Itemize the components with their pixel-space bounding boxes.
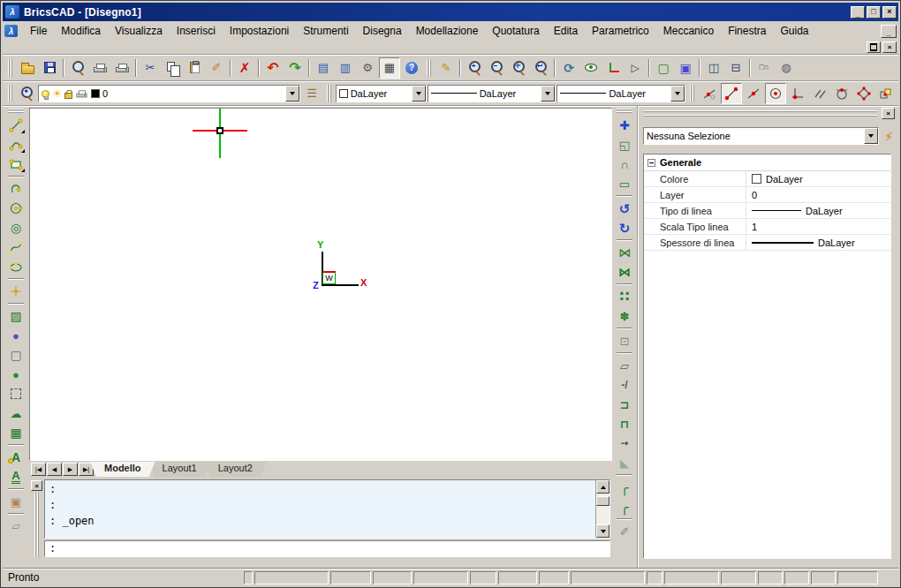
selection-combo-arrow[interactable] bbox=[864, 128, 878, 144]
layer-combo-arrow[interactable] bbox=[285, 86, 299, 102]
lineweight-combo[interactable]: DaLayer bbox=[556, 85, 685, 102]
status-field[interactable] bbox=[244, 571, 253, 584]
mirror-3d-button[interactable]: ⋈ bbox=[614, 262, 635, 282]
arc-button[interactable] bbox=[5, 135, 26, 155]
array-button[interactable]: ∷ bbox=[614, 287, 635, 306]
match-properties-button[interactable]: ✐ bbox=[206, 57, 227, 79]
table-button[interactable]: ▦ bbox=[5, 423, 26, 442]
menu-file[interactable]: File bbox=[23, 23, 54, 39]
toolbar-grip[interactable] bbox=[8, 109, 24, 113]
color-combo-arrow[interactable] bbox=[412, 86, 426, 102]
menu-guida[interactable]: Guida bbox=[773, 23, 815, 39]
status-field[interactable] bbox=[784, 571, 809, 584]
snap-insertion-button[interactable] bbox=[875, 83, 897, 104]
zoom-previous-button[interactable]: ↩ bbox=[530, 57, 551, 79]
document-icon[interactable]: λ bbox=[4, 25, 18, 37]
title-bar[interactable]: λ BricsCAD - [Disegno1] _ □ × bbox=[3, 3, 898, 21]
menu-inserisci[interactable]: Inserisci bbox=[170, 23, 223, 39]
break-button[interactable]: ⊓ bbox=[614, 414, 635, 433]
orbit-button[interactable]: ⟳ bbox=[558, 57, 579, 79]
print-button[interactable] bbox=[89, 57, 110, 79]
mdi-close-button[interactable]: × bbox=[882, 41, 897, 53]
region-button[interactable]: ● bbox=[5, 326, 26, 345]
tab-modello[interactable]: Modello bbox=[90, 462, 155, 477]
copy-button[interactable] bbox=[162, 57, 183, 79]
snap-midpoint-button[interactable] bbox=[743, 83, 764, 104]
aerial-view-button[interactable] bbox=[580, 57, 602, 79]
toolbar-grip[interactable] bbox=[8, 85, 12, 102]
scroll-up-button[interactable] bbox=[596, 480, 610, 494]
mirror-button[interactable]: ⋈ bbox=[614, 243, 635, 262]
menu-modifica[interactable]: Modifica bbox=[54, 23, 108, 39]
toolbar-grip[interactable] bbox=[690, 85, 694, 102]
fillet-button[interactable]: ╭ bbox=[614, 478, 635, 497]
status-field[interactable] bbox=[470, 571, 496, 584]
menu-strumenti[interactable]: Strumenti bbox=[296, 23, 355, 39]
linetype-combo[interactable]: DaLayer bbox=[428, 85, 556, 102]
status-field[interactable] bbox=[758, 571, 783, 584]
polyline-button[interactable] bbox=[5, 179, 26, 199]
tab-layout2[interactable]: Layout2 bbox=[204, 462, 267, 477]
panel-grip[interactable] bbox=[643, 110, 877, 117]
extend-button[interactable]: -/ bbox=[614, 375, 635, 395]
open-button[interactable] bbox=[17, 57, 38, 79]
lineweight-combo-arrow[interactable] bbox=[670, 86, 685, 102]
scroll-down-button[interactable] bbox=[596, 524, 610, 538]
entity-set-button[interactable]: ◍ bbox=[776, 57, 797, 79]
tab-first-button[interactable]: |◀ bbox=[31, 463, 46, 476]
render-button[interactable]: ▣ bbox=[675, 57, 696, 79]
sheet-sets-button[interactable]: ▥ bbox=[335, 57, 356, 79]
command-scrollbar[interactable] bbox=[595, 480, 610, 538]
donut-button[interactable]: ◎ bbox=[5, 218, 26, 237]
snap-nearest-button[interactable] bbox=[699, 83, 720, 104]
zoom-in-button[interactable]: + bbox=[464, 57, 485, 79]
section-header[interactable]: Generale bbox=[644, 155, 890, 171]
quick-select-button[interactable]: ⚡ bbox=[885, 130, 893, 143]
rectangle-button[interactable] bbox=[5, 155, 26, 174]
menu-impostazioni[interactable]: Impostazioni bbox=[223, 23, 296, 39]
scrollbar-thumb[interactable] bbox=[596, 496, 610, 506]
help-button[interactable]: ? bbox=[401, 57, 422, 79]
circle-button[interactable] bbox=[5, 199, 26, 218]
ucs-button[interactable] bbox=[602, 57, 624, 79]
property-row[interactable]: Layer 0 bbox=[644, 187, 890, 203]
snap-endpoint-button[interactable] bbox=[721, 83, 742, 104]
property-row[interactable]: Colore DaLayer bbox=[644, 171, 890, 187]
group-button[interactable]: □○ bbox=[753, 57, 775, 79]
property-row[interactable]: Scala Tipo linea 1 bbox=[644, 219, 890, 235]
scale-button[interactable]: ⊡ bbox=[614, 331, 635, 351]
block-button[interactable]: ▣ bbox=[5, 492, 26, 511]
menu-visualizza[interactable]: Visualizza bbox=[108, 23, 170, 39]
minimize-button[interactable]: _ bbox=[851, 6, 865, 19]
named-views-button[interactable]: ▷ bbox=[625, 57, 646, 79]
status-field[interactable] bbox=[721, 571, 756, 584]
toolbar-grip[interactable] bbox=[617, 109, 632, 113]
revision-cloud-button[interactable]: ☁ bbox=[5, 403, 26, 423]
tile-horizontal-button[interactable]: ◫ bbox=[703, 57, 724, 79]
move-button[interactable]: ✚ bbox=[614, 116, 635, 135]
wipeout-button[interactable] bbox=[5, 384, 26, 403]
mdi-minimize-button[interactable]: _ bbox=[881, 25, 897, 38]
stretch-button[interactable]: ▭ bbox=[614, 174, 635, 193]
menu-parametrico[interactable]: Parametrico bbox=[585, 23, 656, 39]
delete-button[interactable]: ✗ bbox=[234, 57, 255, 79]
rotate-button[interactable]: ↺ bbox=[614, 199, 635, 218]
menu-disegna[interactable]: Disegna bbox=[356, 23, 409, 39]
lengthen-button[interactable]: ⊐ bbox=[614, 395, 635, 414]
status-field[interactable] bbox=[539, 571, 569, 584]
status-field[interactable] bbox=[664, 571, 719, 584]
menu-finestra[interactable]: Finestra bbox=[721, 23, 773, 39]
layer-explorer-button[interactable]: ✦ bbox=[17, 83, 37, 104]
tab-next-button[interactable]: ▶ bbox=[63, 463, 78, 476]
properties-close-button[interactable]: × bbox=[882, 108, 895, 119]
layers-states-button[interactable]: ☰ bbox=[301, 83, 322, 104]
tab-prev-button[interactable]: ◀ bbox=[47, 463, 62, 476]
paste-button[interactable] bbox=[184, 57, 205, 79]
status-field[interactable] bbox=[571, 571, 645, 584]
menu-meccanico[interactable]: Meccanico bbox=[656, 23, 721, 39]
command-close-button[interactable]: × bbox=[31, 480, 42, 491]
collapse-icon[interactable] bbox=[647, 159, 655, 167]
snap-center-button[interactable] bbox=[765, 83, 786, 104]
snap-parallel-button[interactable] bbox=[809, 83, 830, 104]
undo-button[interactable]: ↶ bbox=[262, 57, 284, 79]
